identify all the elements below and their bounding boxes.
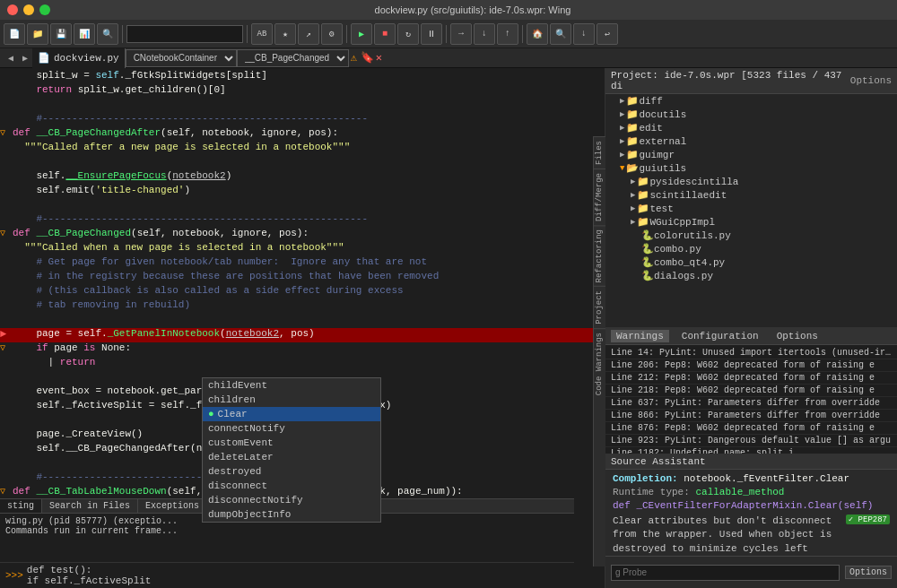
tab-warnings[interactable]: Warnings <box>611 330 669 342</box>
ab-button[interactable]: AB <box>251 23 273 45</box>
v-label-diff[interactable]: Diff/Merge <box>594 169 605 225</box>
tree-label: guimgr <box>639 150 675 160</box>
refresh-button[interactable]: ↻ <box>397 23 419 45</box>
home-button[interactable]: 🏠 <box>527 23 548 45</box>
step-out-button[interactable]: ↑ <box>497 23 518 45</box>
line-code: #---------------------------------------… <box>11 113 605 124</box>
tab-nav-right[interactable]: ▶ <box>18 51 32 65</box>
arrow-button[interactable]: ↗ <box>298 23 319 45</box>
tree-folder-icon: 📁 <box>626 135 639 147</box>
tab-options-warnings[interactable]: Options <box>771 330 823 342</box>
warn-item[interactable]: Line 1182: Undefined name: split_i <box>605 447 897 454</box>
class-dropdown[interactable]: CNotebookContainer <box>126 49 237 67</box>
minimize-traffic-light[interactable] <box>23 4 34 15</box>
star-button[interactable]: ★ <box>274 23 296 45</box>
bottom-tab-exceptions[interactable]: Exceptions <box>138 499 207 513</box>
ac-item-deleteLater[interactable]: deleteLater <box>203 450 380 464</box>
toolbar: 📄 📁 💾 📊 🔍 AB ★ ↗ ⚙ ▶ ■ ↻ ⏸ → ↓ ↑ 🏠 🔍 ↓ ↩ <box>0 20 897 48</box>
code-line <box>0 99 605 113</box>
tree-item-edit[interactable]: ▶ 📁 edit <box>605 121 897 134</box>
code-line: self.emit('title-changed') <box>0 185 605 199</box>
bottom-tab-search[interactable]: Search in Files <box>42 499 138 513</box>
step-in-button[interactable]: ↓ <box>474 23 495 45</box>
warn-item[interactable]: Line 206: Pep8: W602 deprecated form of … <box>605 359 897 372</box>
close-traffic-light[interactable] <box>7 4 18 15</box>
ac-item-connectNotify[interactable]: connectNotify <box>203 421 380 436</box>
toolbar-search-input[interactable] <box>126 25 243 43</box>
tree-item-docutils[interactable]: ▶ 📁 docutils <box>605 108 897 121</box>
tree-item-combo_qt4[interactable]: 🐍 combo_qt4.py <box>605 255 897 269</box>
warn-item[interactable]: Line 866: PyLint: Parameters differ from… <box>605 410 897 422</box>
project-options-button[interactable]: Options <box>850 75 892 86</box>
tree-item-diff[interactable]: ▶ 📁 diff <box>605 94 897 108</box>
code-line: ▽ def __CB_PageChangedAfter(self, notebo… <box>0 127 605 142</box>
warn-item[interactable]: Line 212: Pep8: W602 deprecated form of … <box>605 372 897 385</box>
down-arrow-button[interactable]: ↓ <box>573 23 595 45</box>
line-code: self.emit('title-changed') <box>11 185 605 195</box>
tree-item-guiutils[interactable]: ▼ 📂 guiutils <box>605 161 897 175</box>
ac-item-children[interactable]: children <box>203 393 380 407</box>
warn-item[interactable]: Line 218: Pep8: W602 deprecated form of … <box>605 385 897 397</box>
probe-input[interactable] <box>611 565 840 581</box>
main-layout: split_w = self._fGtkSplitWidgets[split] … <box>0 68 897 588</box>
ac-item-destroyed[interactable]: destroyed <box>203 464 380 479</box>
tree-item-pysidescintilla[interactable]: ▶ 📁 pysidescintilla <box>605 175 897 188</box>
sa-runtime-label: Runtime type: <box>613 487 690 497</box>
bottom-tab-testing[interactable]: sting <box>0 499 42 513</box>
ac-item-childEvent[interactable]: childEvent <box>203 378 380 393</box>
ac-selected-bullet: ● <box>208 409 214 419</box>
sa-pep-badge: ✓ PEP287 <box>846 514 890 524</box>
chart-button[interactable]: 📊 <box>74 23 95 45</box>
pause-button[interactable]: ⏸ <box>421 23 442 45</box>
ac-item-disconnect[interactable]: disconnect <box>203 479 380 493</box>
ac-item-dumpObjectInfo[interactable]: dumpObjectInfo <box>203 507 380 522</box>
tab-close-button[interactable]: ✕ <box>376 51 382 65</box>
tree-label: combo_qt4.py <box>654 257 725 268</box>
tab-nav-left[interactable]: ◀ <box>4 51 18 65</box>
v-label-files[interactable]: Files <box>594 136 605 169</box>
method-dropdown[interactable]: __CB_PageChanged <box>237 49 349 67</box>
tree-item-test[interactable]: ▶ 📁 test <box>605 202 897 215</box>
play-button[interactable]: ▶ <box>351 23 372 45</box>
line-code: def __CB_PageChangedAfter(self, notebook… <box>11 127 605 138</box>
search2-button[interactable]: 🔍 <box>550 23 571 45</box>
ac-item-customEvent[interactable]: customEvent <box>203 436 380 450</box>
code-line: | return <box>0 357 605 371</box>
code-line <box>0 314 605 328</box>
new-file-button[interactable]: 📄 <box>4 23 25 45</box>
v-label-refactoring[interactable]: Refactoring <box>594 225 605 286</box>
tree-item-scintillaedit[interactable]: ▶ 📁 scintillaedit <box>605 188 897 202</box>
bookmark-icon[interactable]: 🔖 <box>361 51 374 65</box>
open-file-button[interactable]: 📁 <box>27 23 48 45</box>
v-label-project[interactable]: Project <box>594 286 605 328</box>
project-title: Project: ide-7.0s.wpr [5323 files / 437 … <box>611 70 850 91</box>
tree-item-dialogs[interactable]: 🐍 dialogs.py <box>605 269 897 282</box>
warn-item[interactable]: Line 923: PyLint: Dangerous default valu… <box>605 435 897 447</box>
tree-item-colorutils[interactable]: 🐍 colorutils.py <box>605 229 897 242</box>
tab-file-label: dockview.py <box>54 53 119 64</box>
step-over-button[interactable]: → <box>450 23 472 45</box>
line-code: # tab removing in rebuild) <box>11 299 605 310</box>
tree-item-guimgr[interactable]: ▶ 📁 guimgr <box>605 148 897 161</box>
back-button[interactable]: ↩ <box>597 23 618 45</box>
maximize-traffic-light[interactable] <box>39 4 50 15</box>
tab-configuration[interactable]: Configuration <box>676 330 764 342</box>
ac-item-disconnectNotify[interactable]: disconnectNotify <box>203 493 380 507</box>
warn-item[interactable]: Line 637: PyLint: Parameters differ from… <box>605 397 897 410</box>
code-line <box>0 199 605 213</box>
stop-button[interactable]: ■ <box>374 23 396 45</box>
tab-dockview[interactable]: 📄 dockview.py <box>32 48 126 68</box>
settings-button[interactable]: ⚙ <box>321 23 343 45</box>
probe-panel: Options <box>605 556 897 588</box>
ac-item-Clear[interactable]: ●Clear <box>203 407 380 421</box>
tree-folder-icon: 📁 <box>637 216 649 228</box>
warn-item[interactable]: Line 876: Pep8: W602 deprecated form of … <box>605 422 897 435</box>
tree-item-combo[interactable]: 🐍 combo.py <box>605 242 897 255</box>
search-button-toolbar[interactable]: 🔍 <box>97 23 118 45</box>
tree-item-external[interactable]: ▶ 📁 external <box>605 134 897 148</box>
tree-item-WGuiCppImpl[interactable]: ▶ 📁 WGuiCppImpl <box>605 215 897 229</box>
probe-options-button[interactable]: Options <box>845 566 892 579</box>
save-button[interactable]: 💾 <box>50 23 72 45</box>
v-label-code-warnings[interactable]: Code Warnings <box>594 328 605 399</box>
warn-item[interactable]: Line 14: PyLint: Unused import itertools… <box>605 347 897 359</box>
